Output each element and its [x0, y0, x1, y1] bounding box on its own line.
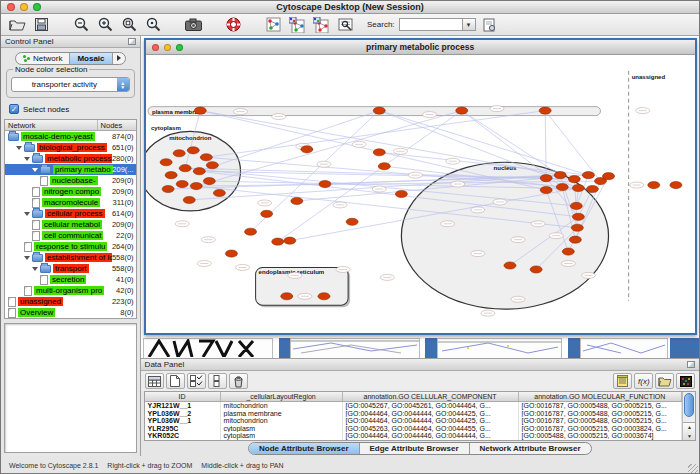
network-node[interactable]	[455, 107, 467, 114]
column-header[interactable]: annotation.GO MOLECULAR_FUNCTION	[519, 392, 682, 401]
network-node[interactable]	[187, 147, 199, 154]
network-node[interactable]	[160, 159, 172, 166]
tab-overflow-arrow-icon[interactable]	[113, 53, 125, 64]
birds-eye-view[interactable]	[4, 323, 137, 453]
network-label[interactable]: cellular metabol	[42, 220, 102, 229]
snapshot-icon[interactable]	[183, 16, 203, 34]
network-label[interactable]: Overview	[18, 308, 55, 317]
network-node[interactable]	[176, 180, 188, 187]
network-label[interactable]: nucleobase-	[50, 176, 98, 185]
import-attributes-icon[interactable]	[655, 373, 674, 389]
tab-network[interactable]: Network	[16, 53, 70, 64]
tree-row[interactable]: transport558(0)	[5, 263, 136, 274]
network-node[interactable]	[213, 189, 225, 196]
network-node[interactable]	[173, 150, 185, 157]
zoom-selected-icon[interactable]	[119, 16, 139, 34]
network-node[interactable]	[540, 175, 552, 182]
tree-row[interactable]: nucleobase-209(0)	[5, 175, 136, 186]
tab-edge-attribute-browser[interactable]: Edge Attribute Browser	[360, 443, 470, 454]
search-input[interactable]	[399, 18, 463, 31]
tree-column-network[interactable]: Network	[5, 120, 98, 130]
network-node[interactable]	[165, 172, 177, 179]
zoom-fit-icon[interactable]	[143, 16, 163, 34]
network-label[interactable]: establishment of lo	[45, 253, 116, 262]
network-label[interactable]: multi-organism pro	[34, 286, 104, 295]
float-panel-icon[interactable]	[128, 38, 136, 45]
network-node[interactable]	[318, 293, 330, 300]
network-node[interactable]	[570, 202, 582, 209]
expander-icon[interactable]	[32, 168, 38, 172]
scrollbar-thumb[interactable]	[684, 393, 694, 417]
expander-icon[interactable]	[32, 267, 38, 271]
network-canvas[interactable]: plasma membranecytoplasmmitochondrionnuc…	[146, 55, 695, 333]
attribute-matrix-icon[interactable]	[676, 373, 695, 389]
network-label[interactable]: nitrogen compo	[42, 187, 101, 196]
network-node[interactable]	[300, 146, 312, 153]
expander-icon[interactable]	[24, 256, 30, 260]
network-node[interactable]	[586, 185, 598, 192]
tree-row[interactable]: unassigned223(0)	[5, 296, 136, 307]
network-node[interactable]	[200, 154, 212, 161]
network-label[interactable]: primary metabo	[53, 165, 113, 174]
network-label[interactable]: biological_process	[37, 143, 107, 152]
network-node[interactable]	[183, 196, 195, 203]
network-node[interactable]	[225, 250, 237, 257]
select-attributes-icon[interactable]	[187, 373, 206, 389]
network-label[interactable]: macromolecule	[42, 198, 100, 207]
network-node[interactable]	[556, 183, 568, 190]
network-node[interactable]	[373, 107, 385, 114]
table-row[interactable]: YDR039C__1mitochondrion[GO:0044464, GO:0…	[145, 440, 682, 441]
tree-row[interactable]: cellular process614(0)	[5, 208, 136, 219]
network-node[interactable]	[190, 182, 202, 189]
function-builder-icon[interactable]: f(x)	[634, 373, 653, 389]
expander-icon[interactable]	[24, 157, 30, 161]
zoom-out-icon[interactable]	[71, 16, 91, 34]
network-node[interactable]	[539, 107, 551, 114]
tree-row[interactable]: nitrogen compo209(0)	[5, 186, 136, 197]
table-row[interactable]: YPL036W__1mitochondrion[GO:0044464, GO:0…	[145, 417, 682, 425]
network-node[interactable]	[647, 181, 659, 188]
network-label[interactable]: cell communicat	[42, 231, 103, 240]
network-node[interactable]	[571, 224, 583, 231]
network-node[interactable]	[193, 168, 205, 175]
network-node[interactable]	[319, 180, 331, 187]
background-window-fragment[interactable]	[290, 338, 420, 358]
expander-icon[interactable]	[16, 146, 22, 150]
background-window-fragment[interactable]	[143, 338, 273, 358]
column-header[interactable]: _cellularLayoutRegion	[221, 392, 343, 401]
network-node[interactable]	[260, 210, 272, 217]
tree-row[interactable]: cell communicat22(0)	[5, 230, 136, 241]
table-row[interactable]: YJR121W__1mitochondrion[GO:0045267, GO:0…	[145, 402, 682, 410]
network-node[interactable]	[504, 262, 516, 269]
unselect-attributes-icon[interactable]	[208, 373, 227, 389]
network-window-titlebar[interactable]: primary metabolic process	[146, 40, 695, 55]
background-window-edge[interactable]	[279, 338, 290, 358]
background-window-edge[interactable]	[670, 338, 699, 358]
network-node[interactable]	[194, 107, 206, 114]
tree-row[interactable]: cellular metabol209(0)	[5, 219, 136, 230]
expander-icon[interactable]	[24, 212, 30, 216]
table-row[interactable]: YKR052Ccytoplasm[GO:0044464, GO:0044446,…	[145, 432, 682, 440]
network-node[interactable]	[540, 186, 552, 193]
tree-row[interactable]: response to stimulu264(0)	[5, 241, 136, 252]
tree-row[interactable]: secretion41(0)	[5, 274, 136, 285]
search-dropdown-icon[interactable]: ▼	[463, 18, 476, 31]
tab-mosaic[interactable]: Mosaic	[70, 53, 112, 64]
form-search-icon[interactable]	[335, 16, 355, 34]
notes-icon[interactable]	[613, 373, 632, 389]
network-node[interactable]	[244, 228, 256, 235]
network-label[interactable]: response to stimulu	[34, 242, 107, 251]
network-node[interactable]	[203, 178, 215, 185]
network-node[interactable]	[290, 197, 302, 204]
table-row[interactable]: YLR295Ccytoplasm[GO:0045263, GO:0044464,…	[145, 425, 682, 433]
tree-row[interactable]: primary metabo209(...	[5, 164, 136, 175]
network-label[interactable]: cellular process	[45, 209, 105, 218]
tree-row[interactable]: establishment of lo558(0)	[5, 252, 136, 263]
network-overlay-badge1-icon[interactable]	[287, 16, 307, 34]
network-node[interactable]	[206, 162, 218, 169]
network-node[interactable]	[569, 236, 581, 243]
network-node[interactable]	[572, 184, 584, 191]
attribute-table-icon[interactable]	[145, 373, 164, 389]
background-window-edge[interactable]	[425, 338, 437, 358]
new-attribute-icon[interactable]	[166, 373, 185, 389]
